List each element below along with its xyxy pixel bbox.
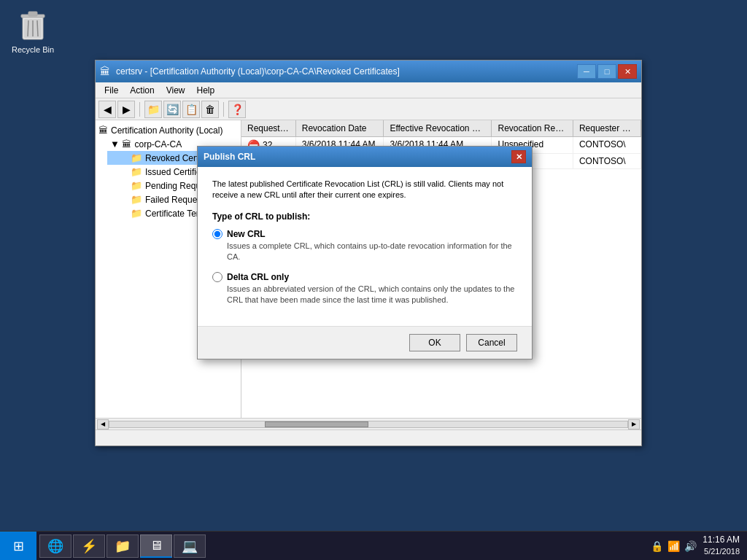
dialog-title: Publish CRL	[204, 152, 255, 162]
tray-volume-icon[interactable]: 🔊	[684, 540, 697, 552]
col-reason[interactable]: Revocation Reason	[492, 120, 573, 136]
recycle-bin-label: Recycle Bin	[12, 45, 54, 54]
taskbar-task-explorer[interactable]: 📁	[107, 534, 139, 558]
toolbar-back[interactable]: ◀	[98, 101, 116, 118]
tree-folder-icon-failed: 📁	[131, 194, 142, 205]
taskbar-task-browser[interactable]: 🌐	[39, 534, 71, 558]
tree-folder-icon-issued: 📁	[131, 166, 142, 177]
tree-item-root[interactable]: 🏛 Certification Authority (Local)	[96, 123, 241, 137]
toolbar-separator-2	[223, 102, 224, 117]
radio-option-delta-crl: Delta CRL only Issues an abbreviated ver…	[212, 272, 517, 306]
list-header: Request ID Revocation Date Effective Rev…	[241, 120, 641, 137]
menu-help[interactable]: Help	[191, 84, 221, 97]
radio-delta-crl-label[interactable]: Delta CRL only	[227, 272, 289, 282]
svg-rect-3	[28, 12, 37, 16]
dialog-content: The latest published Certificate Revocat…	[198, 167, 532, 326]
toolbar-forward[interactable]: ▶	[117, 101, 135, 118]
tree-folder-icon-templates: 📁	[131, 208, 142, 219]
window-title: certsrv - [Certification Authority (Loca…	[116, 66, 400, 77]
col-revocation-date[interactable]: Revocation Date	[296, 120, 384, 136]
scrollbar-thumb[interactable]	[265, 421, 368, 427]
radio-new-crl[interactable]	[212, 229, 222, 239]
clock-time: 11:16 AM	[703, 534, 740, 546]
toolbar-help[interactable]: ❓	[228, 101, 246, 118]
tray-security-icon[interactable]: 🔒	[651, 540, 663, 552]
window-controls: ─ □ ✕	[577, 64, 637, 79]
window-app-icon: 🏛	[100, 66, 112, 77]
toolbar: ◀ ▶ 📁 🔄 📋 🗑 ❓	[96, 98, 641, 120]
tree-ca-label: corp-CA-CA	[134, 139, 182, 149]
menu-view[interactable]: View	[160, 84, 191, 97]
menu-file[interactable]: File	[98, 84, 124, 97]
desktop: Recycle Bin 🏛 certsrv - [Certification A…	[0, 0, 747, 560]
start-button[interactable]: ⊞	[0, 532, 36, 561]
recycle-bin-icon[interactable]: Recycle Bin	[7, 7, 58, 54]
tree-root-label: Certification Authority (Local)	[111, 125, 222, 136]
radio-delta-crl-description: Issues an abbreviated version of the CRL…	[227, 284, 517, 306]
toolbar-open[interactable]: 📁	[144, 101, 162, 118]
col-request-id[interactable]: Request ID	[241, 120, 296, 136]
tree-folder-icon-revoked: 📁	[131, 152, 142, 163]
scrollbar-area: ◀ ▶	[96, 418, 641, 429]
col-requester[interactable]: Requester N...	[573, 120, 641, 136]
scroll-right-arrow[interactable]: ▶	[628, 419, 640, 429]
cell-requester-2: CONTOSO\	[573, 154, 641, 168]
radio-new-crl-label[interactable]: New CRL	[227, 229, 266, 239]
dialog-section-label: Type of CRL to publish:	[212, 211, 517, 222]
toolbar-refresh[interactable]: 🔄	[163, 101, 181, 118]
radio-new-crl-description: Issues a complete CRL, which contains up…	[227, 241, 517, 263]
radio-option-new-crl: New CRL Issues a complete CRL, which con…	[212, 229, 517, 263]
clock-date: 5/21/2018	[703, 546, 740, 557]
dialog-ok-button[interactable]: OK	[409, 334, 460, 351]
publish-crl-dialog: Publish CRL ✕ The latest published Certi…	[197, 146, 533, 359]
dialog-close-button[interactable]: ✕	[511, 150, 526, 163]
taskbar: ⊞ 🌐 ⚡ 📁 🖥 💻 🔒 📶 🔊 11:16 AM 5/21/2018	[0, 531, 747, 560]
dialog-footer: OK Cancel	[198, 326, 532, 359]
menu-action[interactable]: Action	[124, 84, 160, 97]
taskbar-task-powershell[interactable]: ⚡	[73, 534, 105, 558]
taskbar-tray: 🔒 📶 🔊 11:16 AM 5/21/2018	[643, 534, 747, 557]
cell-requester: CONTOSO\	[573, 137, 641, 153]
svg-line-4	[28, 20, 28, 36]
toolbar-separator-1	[139, 102, 140, 117]
dialog-titlebar: Publish CRL ✕	[198, 147, 532, 167]
taskbar-tasks: 🌐 ⚡ 📁 🖥 💻	[36, 534, 643, 558]
tray-network-icon[interactable]: 📶	[667, 540, 680, 552]
clock[interactable]: 11:16 AM 5/21/2018	[703, 534, 740, 557]
window-titlebar: 🏛 certsrv - [Certification Authority (Lo…	[96, 61, 641, 82]
radio-delta-crl[interactable]	[212, 272, 222, 282]
scrollbar-track[interactable]	[109, 421, 628, 428]
dialog-info-text: The latest published Certificate Revocat…	[212, 179, 517, 201]
tree-folder-icon-pending: 📁	[131, 180, 142, 191]
tree-folder-icon: 🏛	[98, 125, 108, 136]
tray-icons: 🔒 📶 🔊	[651, 540, 697, 552]
menu-bar: File Action View Help	[96, 82, 641, 98]
dialog-cancel-button[interactable]: Cancel	[466, 334, 517, 351]
toolbar-copy[interactable]: 📋	[182, 101, 200, 118]
taskbar-task-server[interactable]: 🖥	[140, 534, 172, 558]
maximize-button[interactable]: □	[597, 64, 616, 79]
col-effective-date[interactable]: Effective Revocation Date	[384, 120, 492, 136]
scroll-left-arrow[interactable]: ◀	[97, 419, 109, 429]
tree-ca-icon: ▼ 🏛	[110, 139, 131, 149]
toolbar-delete[interactable]: 🗑	[201, 101, 219, 118]
minimize-button[interactable]: ─	[577, 64, 596, 79]
close-button[interactable]: ✕	[618, 64, 637, 79]
taskbar-task-cmd[interactable]: 💻	[174, 534, 206, 558]
svg-line-6	[37, 20, 38, 36]
status-bar	[96, 429, 641, 446]
